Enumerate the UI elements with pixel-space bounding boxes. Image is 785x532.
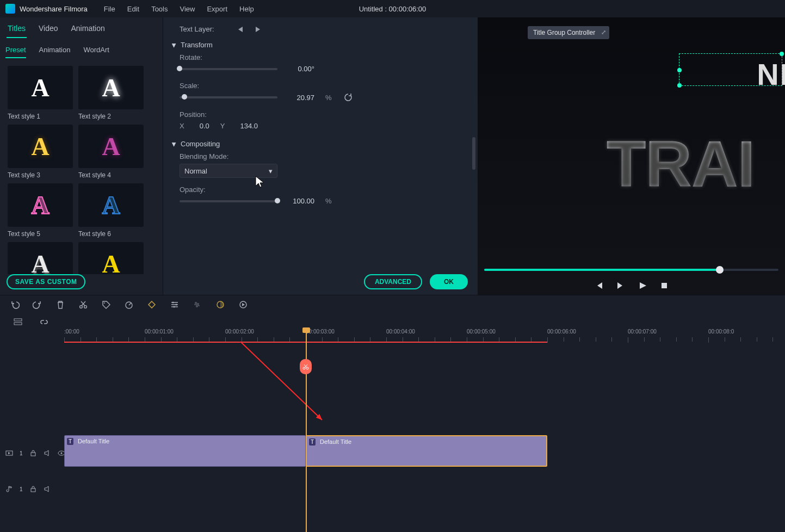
preset-item[interactable]: AText style 1	[8, 66, 73, 125]
advanced-button[interactable]: ADVANCED	[364, 274, 422, 289]
play-button[interactable]	[638, 281, 647, 290]
preset-label: Text style 6	[78, 230, 144, 238]
preset-label: Text style 1	[8, 113, 73, 120]
tab-titles[interactable]: Titles	[7, 22, 27, 38]
selection-box[interactable]	[679, 53, 782, 86]
preset-label: Text style 3	[8, 171, 73, 179]
inspector-panel: Text Layer: ▶Transform Rotate: 0.00° Sca…	[163, 17, 478, 295]
video-track-icon[interactable]	[5, 449, 13, 457]
mute-icon[interactable]	[44, 449, 51, 457]
color-icon[interactable]	[215, 300, 225, 310]
preview-canvas[interactable]: NE TRAI	[478, 17, 785, 295]
preview-progress[interactable]	[484, 269, 778, 271]
subtab-wordart[interactable]: WordArt	[83, 44, 109, 58]
pos-y-label: Y	[220, 122, 225, 130]
text-layer-label: Text Layer:	[180, 25, 214, 33]
panel-tabs: Titles Video Animation	[0, 17, 163, 38]
title-group-controller-label: Title Group Controller	[533, 29, 595, 36]
save-as-custom-button[interactable]: SAVE AS CUSTOM	[7, 274, 85, 289]
blend-mode-value: Normal	[184, 167, 207, 175]
pos-x-value[interactable]: 0.0	[200, 122, 209, 130]
pos-x-label: X	[180, 122, 184, 130]
pos-y-value[interactable]: 134.0	[240, 122, 258, 130]
expand-icon[interactable]: ⤢	[601, 29, 606, 36]
presets-panel: Titles Video Animation Preset Animation …	[0, 17, 163, 295]
svg-line-12	[240, 342, 322, 420]
timeline-clip-selected[interactable]: T Default Title	[306, 435, 547, 467]
chevron-down-icon: ▾	[269, 167, 273, 175]
adjust-icon[interactable]	[170, 300, 180, 310]
app-logo-icon	[5, 4, 15, 14]
blend-mode-select[interactable]: Normal ▾	[180, 164, 277, 178]
clip-name: Default Title	[78, 438, 109, 444]
redo-icon[interactable]	[33, 300, 42, 310]
prev-layer-icon[interactable]	[236, 26, 245, 33]
tab-animation[interactable]: Animation	[70, 22, 106, 38]
stop-button[interactable]	[659, 281, 669, 290]
keyframe-icon[interactable]	[147, 300, 157, 310]
position-label: Position:	[180, 110, 463, 119]
preset-item[interactable]: AText style 3	[8, 125, 73, 183]
undo-icon[interactable]	[10, 300, 20, 310]
opacity-slider[interactable]	[180, 200, 277, 202]
timeline: :00:0000:00:01:0000:00:02:0000:00:03:000…	[0, 329, 785, 532]
timeline-left-tools	[0, 313, 785, 329]
inspector-scrollbar[interactable]	[472, 66, 475, 273]
svg-point-2	[84, 305, 87, 308]
title-group-controller-chip[interactable]: Title Group Controller ⤢	[528, 26, 609, 39]
menu-edit[interactable]: Edit	[127, 5, 139, 13]
scale-unit: %	[325, 94, 332, 102]
audio-track-head: 1	[0, 472, 64, 506]
delete-icon[interactable]	[55, 300, 65, 310]
preset-item[interactable]: AText style 2	[78, 66, 144, 125]
audio-track-icon[interactable]	[5, 485, 13, 493]
subtab-preset[interactable]: Preset	[5, 44, 26, 58]
next-layer-icon[interactable]	[254, 26, 262, 33]
menu-file[interactable]: File	[104, 5, 115, 13]
preset-item[interactable]: AText style 6	[78, 183, 144, 242]
preset-item[interactable]: AText style 5	[8, 183, 73, 242]
preset-item[interactable]: A	[8, 242, 73, 274]
tag-icon[interactable]	[101, 300, 111, 310]
preset-grid: AText style 1 AText style 2 AText style …	[0, 61, 163, 274]
prev-frame-button[interactable]	[594, 281, 604, 290]
mute-icon[interactable]	[44, 485, 51, 493]
reset-scale-icon[interactable]	[344, 93, 353, 102]
playback-controls	[478, 281, 785, 290]
lock-icon[interactable]	[29, 449, 37, 457]
tab-video[interactable]: Video	[38, 22, 59, 38]
compositing-section[interactable]: ▶Compositing	[172, 140, 463, 148]
menu-tools[interactable]: Tools	[151, 5, 168, 13]
preset-item[interactable]: A	[78, 242, 144, 274]
menu-view[interactable]: View	[180, 5, 195, 13]
svg-rect-10	[14, 319, 22, 321]
link-icon[interactable]	[39, 317, 49, 327]
split-marker-icon[interactable]	[300, 359, 312, 374]
render-icon[interactable]	[238, 300, 248, 310]
scale-slider[interactable]	[180, 96, 277, 98]
scale-value[interactable]: 20.97	[285, 94, 314, 102]
rotate-slider[interactable]	[180, 68, 277, 70]
next-frame-button[interactable]	[616, 281, 626, 290]
track-manager-icon[interactable]	[13, 317, 23, 327]
app-name: Wondershare Filmora	[20, 5, 88, 13]
svg-point-19	[60, 453, 62, 454]
menubar: Wondershare Filmora File Edit Tools View…	[0, 0, 785, 17]
preset-label: Text style 4	[78, 171, 144, 179]
svg-rect-11	[14, 323, 22, 325]
opacity-value[interactable]: 100.00	[285, 197, 314, 205]
ruler-tick: 00:00:06:00	[547, 329, 576, 335]
ok-button[interactable]: OK	[430, 274, 468, 289]
preset-item[interactable]: AText style 4	[78, 125, 144, 183]
audio-icon[interactable]	[193, 300, 202, 310]
lock-icon[interactable]	[29, 485, 37, 493]
timeline-clip[interactable]: T Default Title	[64, 435, 306, 467]
video-track-head: 1	[0, 436, 64, 470]
subtab-animation[interactable]: Animation	[39, 44, 71, 58]
speed-icon[interactable]	[124, 300, 134, 310]
rotate-value[interactable]: 0.00°	[285, 65, 314, 73]
menu-help[interactable]: Help	[239, 5, 254, 13]
transform-section[interactable]: ▶Transform	[172, 41, 463, 49]
menu-export[interactable]: Export	[207, 5, 227, 13]
split-icon[interactable]	[78, 300, 88, 310]
